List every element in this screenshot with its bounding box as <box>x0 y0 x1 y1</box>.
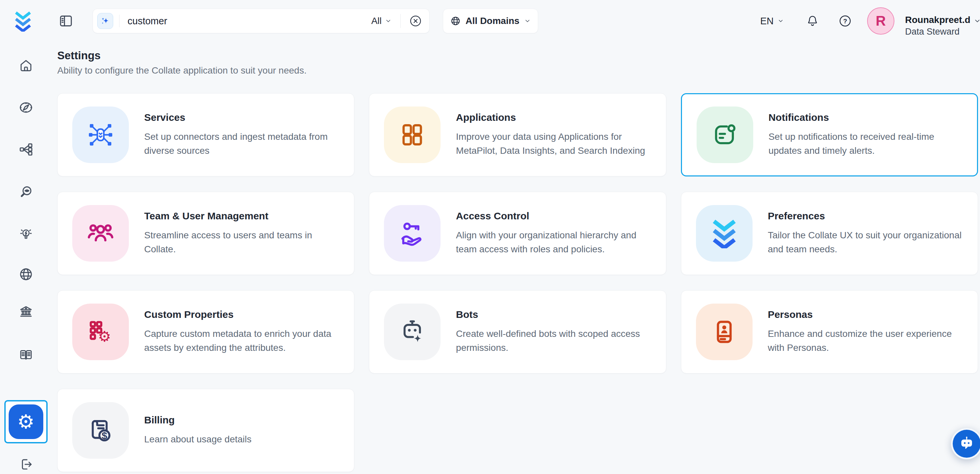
card-description: Capture custom metadata to enrich your d… <box>144 327 344 355</box>
global-search-bar[interactable]: All <box>92 9 430 33</box>
card-title: Personas <box>768 309 968 320</box>
settings-card-notifications[interactable]: Notifications Set up notifications to re… <box>681 93 978 177</box>
settings-card-applications[interactable]: Applications Improve your data using App… <box>369 93 666 177</box>
card-title: Preferences <box>768 210 968 222</box>
home-icon <box>19 58 33 73</box>
search-divider <box>119 14 119 27</box>
card-description: Create well-defined bots with scoped acc… <box>456 327 655 355</box>
settings-gear-icon: ⚙ <box>9 404 43 439</box>
bots-icon <box>384 304 441 360</box>
access-control-icon <box>384 205 441 262</box>
card-description: Learn about usage details <box>144 433 251 446</box>
sidebar-item-data-assets[interactable] <box>19 142 33 157</box>
card-description: Streamline access to users and teams in … <box>144 228 344 256</box>
svg-text:$: $ <box>102 430 107 441</box>
sidebar-item-insights[interactable] <box>19 227 33 241</box>
settings-card-personas[interactable]: Personas Enhance and customize the user … <box>681 290 978 374</box>
card-title: Services <box>144 112 344 123</box>
user-role: Data Steward <box>905 27 960 37</box>
all-domains-label: All Domains <box>466 16 519 26</box>
govern-bank-icon <box>19 304 33 319</box>
all-domains-dropdown[interactable]: All Domains <box>443 9 538 33</box>
language-label: EN <box>760 16 773 27</box>
sidebar-item-explore[interactable] <box>19 100 33 115</box>
sidebar-item-settings-active[interactable]: ⚙ <box>4 400 48 444</box>
search-scope-label: All <box>371 16 382 26</box>
card-description: Set up notifications to received real-ti… <box>768 130 967 158</box>
settings-card-billing[interactable]: $ Billing Learn about usage details <box>57 389 354 472</box>
profile-chevron-icon[interactable] <box>974 17 980 25</box>
settings-card-services[interactable]: Services Set up connectors and ingest me… <box>57 93 354 177</box>
svg-text:?: ? <box>843 17 847 25</box>
glossary-book-icon <box>19 348 33 362</box>
page-title: Settings <box>57 49 978 62</box>
chat-bot-button[interactable] <box>951 428 980 460</box>
search-scope-dropdown[interactable]: All <box>371 16 391 26</box>
left-sidebar: ⚙ <box>0 42 52 474</box>
sidebar-item-observability[interactable] <box>19 185 33 199</box>
applications-icon <box>384 107 441 163</box>
card-title: Custom Properties <box>144 309 344 320</box>
sidebar-item-logout[interactable] <box>19 457 33 472</box>
sidebar-item-govern[interactable] <box>19 304 33 319</box>
user-avatar[interactable]: R <box>867 7 894 35</box>
card-description: Improve your data using Applications for… <box>456 130 655 158</box>
billing-icon: $ <box>72 402 129 459</box>
page-subtitle: Ability to configure the Collate applica… <box>57 65 978 76</box>
avatar-initial: R <box>876 13 886 29</box>
settings-card-bots[interactable]: Bots Create well-defined bots with scope… <box>369 290 666 374</box>
preferences-collate-icon <box>696 205 752 262</box>
card-title: Bots <box>456 309 655 320</box>
settings-card-preferences[interactable]: Preferences Tailor the Collate UX to sui… <box>681 192 978 275</box>
card-description: Enhance and customize the user experienc… <box>768 327 968 355</box>
sidebar-item-domains[interactable] <box>19 267 33 282</box>
logout-icon <box>19 457 33 472</box>
services-icon <box>72 107 129 163</box>
sidebar-toggle-icon[interactable] <box>59 14 73 28</box>
clear-search-icon[interactable] <box>409 14 422 27</box>
chevron-down-icon <box>385 17 391 24</box>
svg-text:⚙: ⚙ <box>98 328 111 345</box>
settings-card-custom-properties[interactable]: ⚙ Custom Properties Capture custom metad… <box>57 290 354 374</box>
search-divider <box>400 14 401 28</box>
card-description: Align with your organizational hierarchy… <box>456 228 655 256</box>
domains-globe-icon <box>19 267 33 282</box>
search-input[interactable] <box>127 16 371 27</box>
chevron-down-icon <box>778 18 784 24</box>
settings-card-access-control[interactable]: Access Control Align with your organizat… <box>369 192 666 275</box>
card-title: Notifications <box>768 112 967 123</box>
personas-icon <box>696 304 752 360</box>
card-description: Set up connectors and ingest metadata fr… <box>144 130 344 158</box>
observability-magnifier-eye-icon <box>19 185 33 199</box>
help-icon[interactable]: ? <box>838 14 852 28</box>
custom-properties-icon: ⚙ <box>72 304 129 360</box>
data-flow-icon <box>19 142 33 157</box>
settings-cards-grid: Services Set up connectors and ingest me… <box>57 93 978 472</box>
notifications-icon <box>697 107 753 163</box>
sidebar-item-home[interactable] <box>19 58 33 73</box>
user-name: Rounakpreet.d <box>905 14 970 25</box>
card-title: Applications <box>456 112 655 123</box>
explore-compass-icon <box>19 100 33 115</box>
card-title: Billing <box>144 414 251 426</box>
main-content: Settings Ability to configure the Collat… <box>52 42 980 472</box>
team-user-management-icon <box>72 205 129 262</box>
ai-sparkle-icon[interactable] <box>97 13 113 29</box>
robot-icon <box>958 435 975 452</box>
sidebar-item-glossary[interactable] <box>19 348 33 362</box>
collate-logo-icon[interactable] <box>14 10 32 32</box>
language-dropdown[interactable]: EN <box>760 16 784 27</box>
insights-lightbulb-icon <box>19 227 33 241</box>
card-title: Team & User Management <box>144 210 344 222</box>
globe-icon <box>450 16 461 26</box>
chevron-down-icon <box>524 17 531 24</box>
card-description: Tailor the Collate UX to suit your organ… <box>768 228 968 256</box>
settings-card-team-user-management[interactable]: Team & User Management Streamline access… <box>57 192 354 275</box>
topbar: All All Domains EN ? <box>0 0 980 42</box>
notifications-bell-icon[interactable] <box>806 14 819 28</box>
card-title: Access Control <box>456 210 655 222</box>
